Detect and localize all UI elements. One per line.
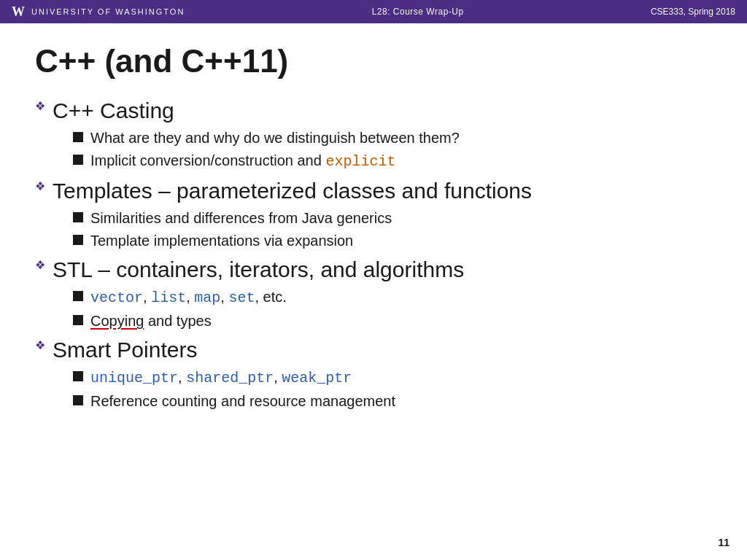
sp-sub1-text: unique_ptr, shared_ptr, weak_ptr (90, 367, 352, 389)
shared-ptr-code: shared_ptr (186, 370, 274, 386)
slide-title: C++ (and C++11) (35, 44, 712, 79)
templates-sub-bullets: Similarities and differences from Java g… (73, 208, 712, 251)
templates-label: Templates – parameterized classes and fu… (53, 176, 532, 205)
explicit-code: explicit (325, 153, 395, 170)
bullet-marker (73, 212, 83, 222)
set-code: set (228, 289, 255, 306)
lecture-title: L28: Course Wrap-Up (372, 7, 464, 17)
sub-bullet-sp-2: Reference counting and resource manageme… (73, 391, 712, 411)
main-bullet-templates: ❖ Templates – parameterized classes and … (35, 176, 712, 205)
uw-logo-w: W (12, 4, 26, 20)
sub-bullet-sp-1: unique_ptr, shared_ptr, weak_ptr (73, 367, 712, 389)
sub-bullet-casting-1: What are they and why do we distinguish … (73, 128, 712, 148)
diamond-icon-casting: ❖ (35, 99, 45, 113)
templates-sub1-text: Similarities and differences from Java g… (90, 208, 392, 228)
header-logo: W UNIVERSITY of WASHINGTON (12, 4, 185, 20)
casting-label: C++ Casting (53, 96, 174, 125)
section-templates: ❖ Templates – parameterized classes and … (35, 176, 712, 251)
sp-sub2-text: Reference counting and resource manageme… (90, 391, 395, 411)
bullet-marker (73, 395, 83, 405)
bullet-marker (73, 315, 83, 325)
course-info: CSE333, Spring 2018 (651, 7, 735, 17)
casting-sub1-text: What are they and why do we distinguish … (90, 128, 460, 148)
slide-content: C++ (and C++11) ❖ C++ Casting What are t… (0, 23, 747, 560)
bullet-marker (73, 155, 83, 165)
main-bullet-stl: ❖ STL – containers, iterators, and algor… (35, 255, 712, 284)
header-bar: W UNIVERSITY of WASHINGTON L28: Course W… (0, 0, 747, 23)
stl-sub1-text: vector, list, map, set, etc. (90, 287, 287, 308)
diamond-icon-templates: ❖ (35, 179, 45, 193)
copying-underlined: Copying (90, 313, 144, 329)
main-bullet-smart-pointers: ❖ Smart Pointers (35, 335, 712, 364)
vector-code: vector (90, 289, 143, 306)
bullet-marker (73, 132, 83, 142)
list-code: list (151, 289, 186, 306)
bullet-marker (73, 371, 83, 381)
uw-logo-text: UNIVERSITY of WASHINGTON (31, 7, 185, 16)
section-smart-pointers: ❖ Smart Pointers unique_ptr, shared_ptr,… (35, 335, 712, 411)
smart-pointers-label: Smart Pointers (53, 335, 197, 364)
unique-ptr-code: unique_ptr (90, 370, 178, 386)
sub-bullet-templates-1: Similarities and differences from Java g… (73, 208, 712, 228)
main-bullet-casting: ❖ C++ Casting (35, 96, 712, 125)
sub-bullet-templates-2: Template implementations via expansion (73, 230, 712, 251)
sub-bullet-casting-2: Implicit conversion/construction and exp… (73, 150, 712, 172)
sub-bullet-stl-1: vector, list, map, set, etc. (73, 287, 712, 308)
map-code: map (194, 289, 220, 306)
section-stl: ❖ STL – containers, iterators, and algor… (35, 255, 712, 331)
casting-sub2-text: Implicit conversion/construction and exp… (90, 150, 395, 172)
weak-ptr-code: weak_ptr (282, 370, 352, 386)
section-casting: ❖ C++ Casting What are they and why do w… (35, 96, 712, 172)
bullet-marker (73, 235, 83, 245)
bullet-marker (73, 291, 83, 301)
page-number: 11 (718, 537, 729, 548)
stl-sub2-text: Copying and types (90, 311, 212, 331)
casting-sub-bullets: What are they and why do we distinguish … (73, 128, 712, 172)
sub-bullet-stl-2: Copying and types (73, 311, 712, 331)
smart-pointers-sub-bullets: unique_ptr, shared_ptr, weak_ptr Referen… (73, 367, 712, 411)
stl-label: STL – containers, iterators, and algorit… (53, 255, 464, 284)
templates-sub2-text: Template implementations via expansion (90, 230, 353, 251)
stl-sub-bullets: vector, list, map, set, etc. Copying and… (73, 287, 712, 331)
diamond-icon-stl: ❖ (35, 258, 45, 272)
diamond-icon-smart-pointers: ❖ (35, 338, 45, 352)
